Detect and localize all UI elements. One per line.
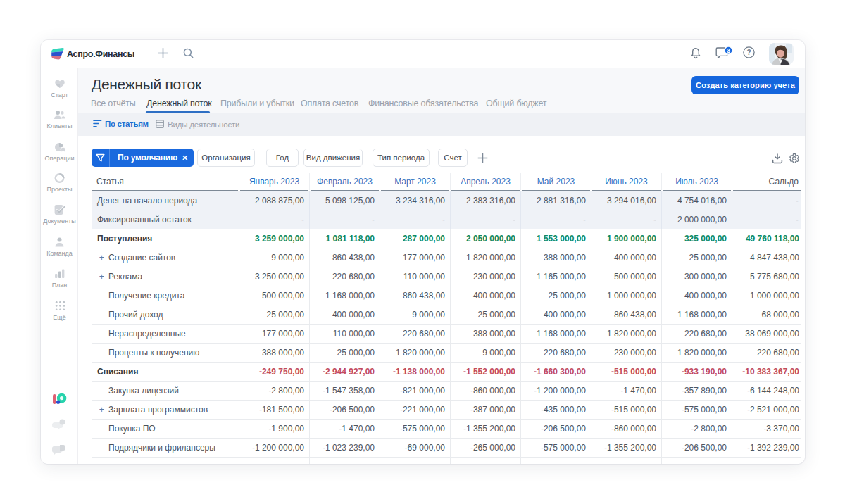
- svg-text:3: 3: [727, 47, 730, 54]
- svg-text:?: ?: [746, 49, 751, 56]
